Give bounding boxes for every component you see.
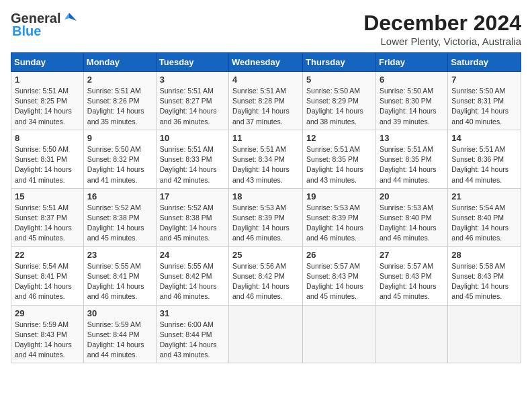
- sunset-label: Sunset: 8:37 PM: [15, 214, 67, 222]
- day-info: Sunrise: 5:50 AM Sunset: 8:29 PM Dayligh…: [306, 86, 372, 127]
- day-number: 27: [380, 250, 444, 260]
- sunrise-label: Sunrise: 5:57 AM: [306, 262, 360, 270]
- daylight-label: Daylight: 14 hours and 37 minutes.: [232, 107, 290, 125]
- calendar-cell: [229, 305, 303, 363]
- calendar-cell: 28 Sunrise: 5:58 AM Sunset: 8:43 PM Dayl…: [448, 246, 521, 305]
- day-info: Sunrise: 5:50 AM Sunset: 8:32 PM Dayligh…: [87, 144, 152, 185]
- day-number: 11: [232, 133, 299, 143]
- sunset-label: Sunset: 8:42 PM: [232, 272, 285, 280]
- sunset-label: Sunset: 8:25 PM: [15, 97, 67, 105]
- daylight-label: Daylight: 14 hours and 45 minutes.: [451, 282, 508, 300]
- day-info: Sunrise: 5:59 AM Sunset: 8:43 PM Dayligh…: [15, 320, 80, 361]
- calendar-cell: 29 Sunrise: 5:59 AM Sunset: 8:43 PM Dayl…: [11, 305, 84, 363]
- day-number: 20: [380, 191, 444, 201]
- day-number: 12: [306, 133, 372, 143]
- calendar-cell: [303, 305, 376, 363]
- day-number: 4: [232, 75, 299, 85]
- day-info: Sunrise: 5:51 AM Sunset: 8:37 PM Dayligh…: [15, 203, 80, 244]
- daylight-label: Daylight: 14 hours and 43 minutes.: [306, 165, 363, 183]
- day-number: 29: [15, 308, 80, 318]
- sunrise-label: Sunrise: 5:51 AM: [380, 145, 433, 153]
- daylight-label: Daylight: 14 hours and 44 minutes.: [15, 340, 72, 359]
- sunset-label: Sunset: 8:44 PM: [87, 330, 140, 338]
- sunrise-label: Sunrise: 5:52 AM: [160, 203, 214, 212]
- sunset-label: Sunset: 8:43 PM: [451, 272, 504, 280]
- sunrise-label: Sunrise: 5:50 AM: [306, 87, 360, 95]
- sunset-label: Sunset: 8:34 PM: [232, 155, 285, 163]
- sunrise-label: Sunrise: 5:56 AM: [232, 262, 286, 270]
- daylight-label: Daylight: 14 hours and 46 minutes.: [306, 224, 363, 242]
- day-info: Sunrise: 5:55 AM Sunset: 8:41 PM Dayligh…: [87, 261, 152, 302]
- calendar-cell: 9 Sunrise: 5:50 AM Sunset: 8:32 PM Dayli…: [83, 130, 156, 188]
- calendar-cell: [375, 305, 447, 363]
- day-number: 16: [87, 191, 152, 201]
- calendar-cell: 4 Sunrise: 5:51 AM Sunset: 8:28 PM Dayli…: [229, 72, 303, 130]
- logo-blue: Blue: [12, 24, 41, 39]
- day-number: 17: [160, 191, 225, 201]
- day-number: 30: [87, 308, 152, 318]
- day-number: 10: [160, 133, 225, 143]
- sunset-label: Sunset: 8:39 PM: [306, 214, 359, 222]
- calendar-week-5: 29 Sunrise: 5:59 AM Sunset: 8:43 PM Dayl…: [11, 305, 521, 363]
- calendar-cell: 2 Sunrise: 5:51 AM Sunset: 8:26 PM Dayli…: [83, 72, 156, 130]
- sunrise-label: Sunrise: 5:53 AM: [306, 203, 360, 212]
- calendar-cell: 21 Sunrise: 5:54 AM Sunset: 8:40 PM Dayl…: [448, 188, 521, 246]
- col-header-wednesday: Wednesday: [229, 53, 303, 72]
- sunrise-label: Sunrise: 5:51 AM: [87, 87, 141, 95]
- daylight-label: Daylight: 14 hours and 35 minutes.: [87, 107, 144, 125]
- daylight-label: Daylight: 14 hours and 45 minutes.: [306, 282, 363, 300]
- day-number: 22: [15, 250, 80, 260]
- calendar-cell: 22 Sunrise: 5:54 AM Sunset: 8:41 PM Dayl…: [11, 246, 84, 305]
- sunrise-label: Sunrise: 5:54 AM: [451, 203, 505, 212]
- day-number: 7: [451, 75, 517, 85]
- daylight-label: Daylight: 14 hours and 36 minutes.: [160, 107, 217, 125]
- day-number: 28: [451, 250, 517, 260]
- calendar-cell: 10 Sunrise: 5:51 AM Sunset: 8:33 PM Dayl…: [156, 130, 228, 188]
- calendar-cell: 30 Sunrise: 5:59 AM Sunset: 8:44 PM Dayl…: [83, 305, 156, 363]
- day-number: 31: [160, 308, 225, 318]
- sunrise-label: Sunrise: 5:51 AM: [160, 87, 214, 95]
- day-number: 23: [87, 250, 152, 260]
- sunrise-label: Sunrise: 5:52 AM: [87, 203, 141, 212]
- day-number: 1: [15, 75, 80, 85]
- sunrise-label: Sunrise: 5:51 AM: [15, 203, 69, 212]
- day-number: 25: [232, 250, 299, 260]
- day-info: Sunrise: 5:53 AM Sunset: 8:39 PM Dayligh…: [306, 203, 372, 244]
- title-block: December 2024 Lower Plenty, Victoria, Au…: [363, 11, 521, 47]
- sunrise-label: Sunrise: 5:51 AM: [232, 145, 286, 153]
- sunset-label: Sunset: 8:44 PM: [160, 330, 212, 338]
- day-number: 6: [380, 75, 444, 85]
- daylight-label: Daylight: 14 hours and 38 minutes.: [306, 107, 363, 125]
- page-title: December 2024: [363, 11, 521, 36]
- sunset-label: Sunset: 8:40 PM: [380, 214, 432, 222]
- sunrise-label: Sunrise: 5:53 AM: [232, 203, 286, 212]
- day-number: 26: [306, 250, 372, 260]
- sunset-label: Sunset: 8:43 PM: [306, 272, 359, 280]
- calendar-cell: [448, 305, 521, 363]
- sunrise-label: Sunrise: 5:50 AM: [380, 87, 433, 95]
- calendar-cell: 11 Sunrise: 5:51 AM Sunset: 8:34 PM Dayl…: [229, 130, 303, 188]
- col-header-tuesday: Tuesday: [156, 53, 228, 72]
- calendar-week-2: 8 Sunrise: 5:50 AM Sunset: 8:31 PM Dayli…: [11, 130, 521, 188]
- daylight-label: Daylight: 14 hours and 46 minutes.: [232, 224, 290, 242]
- calendar-cell: 1 Sunrise: 5:51 AM Sunset: 8:25 PM Dayli…: [11, 72, 84, 130]
- calendar-cell: 17 Sunrise: 5:52 AM Sunset: 8:38 PM Dayl…: [156, 188, 228, 246]
- daylight-label: Daylight: 14 hours and 43 minutes.: [232, 165, 290, 183]
- sunrise-label: Sunrise: 5:51 AM: [232, 87, 286, 95]
- sunset-label: Sunset: 8:30 PM: [380, 97, 432, 105]
- calendar-cell: 7 Sunrise: 5:50 AM Sunset: 8:31 PM Dayli…: [448, 72, 521, 130]
- sunset-label: Sunset: 8:41 PM: [15, 272, 67, 280]
- day-info: Sunrise: 5:51 AM Sunset: 8:26 PM Dayligh…: [87, 86, 152, 127]
- calendar-cell: 5 Sunrise: 5:50 AM Sunset: 8:29 PM Dayli…: [303, 72, 376, 130]
- col-header-thursday: Thursday: [303, 53, 376, 72]
- col-header-friday: Friday: [375, 53, 447, 72]
- calendar-cell: 26 Sunrise: 5:57 AM Sunset: 8:43 PM Dayl…: [303, 246, 376, 305]
- day-number: 13: [380, 133, 444, 143]
- day-info: Sunrise: 5:55 AM Sunset: 8:42 PM Dayligh…: [160, 261, 225, 302]
- day-info: Sunrise: 5:52 AM Sunset: 8:38 PM Dayligh…: [160, 203, 225, 244]
- day-info: Sunrise: 5:50 AM Sunset: 8:31 PM Dayligh…: [451, 86, 517, 127]
- day-info: Sunrise: 5:51 AM Sunset: 8:25 PM Dayligh…: [15, 86, 80, 127]
- sunrise-label: Sunrise: 5:55 AM: [160, 262, 214, 270]
- daylight-label: Daylight: 14 hours and 46 minutes.: [160, 282, 217, 300]
- day-info: Sunrise: 5:54 AM Sunset: 8:40 PM Dayligh…: [451, 203, 517, 244]
